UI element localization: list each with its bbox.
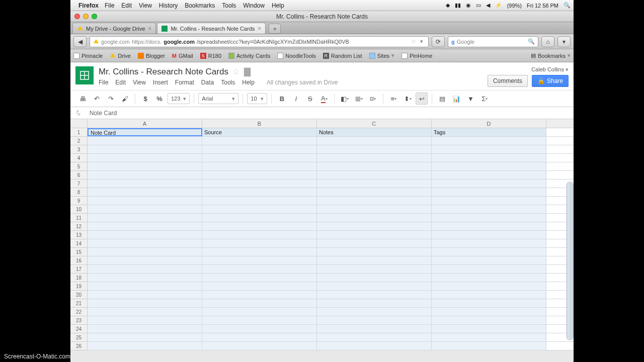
cell-D2[interactable] <box>432 137 546 145</box>
row-header[interactable]: 16 <box>70 256 87 265</box>
row-header[interactable]: 22 <box>70 308 87 316</box>
cell-B20[interactable] <box>202 291 317 299</box>
cell-C3[interactable] <box>317 145 432 153</box>
borders-button[interactable]: ⊞▾ <box>353 93 365 105</box>
star-icon[interactable]: ☆ <box>232 66 240 77</box>
fill-color-button[interactable]: ◧▾ <box>339 93 351 105</box>
cell-A6[interactable] <box>88 171 202 179</box>
row-header[interactable]: 9 <box>70 197 87 205</box>
menu-window[interactable]: Window <box>243 2 265 9</box>
docmenu-view[interactable]: View <box>133 79 146 86</box>
cell-A22[interactable] <box>88 308 202 316</box>
reload-button[interactable]: ⟳ <box>432 36 445 47</box>
column-header-b[interactable]: B <box>202 119 317 128</box>
cell-A21[interactable] <box>88 299 202 307</box>
number-format-select[interactable]: 123▾ <box>168 93 190 104</box>
cell-B26[interactable] <box>202 342 317 350</box>
cell-B11[interactable] <box>202 214 317 222</box>
cell-A18[interactable] <box>88 274 202 282</box>
cell-B10[interactable] <box>202 205 317 213</box>
row-header[interactable]: 26 <box>70 342 87 350</box>
dropdown-icon[interactable]: ▾ <box>420 38 423 45</box>
cell-C14[interactable] <box>317 239 432 247</box>
bookmark-blogger[interactable]: Blogger <box>138 53 165 59</box>
new-tab-button[interactable]: + <box>269 24 281 34</box>
spotlight-icon[interactable]: 🔍 <box>564 2 571 9</box>
row-header[interactable]: 8 <box>70 188 87 197</box>
filter-button[interactable]: ▼ <box>464 93 476 105</box>
cell-C10[interactable] <box>317 205 432 213</box>
cell-B19[interactable] <box>202 282 317 290</box>
cell-A17[interactable] <box>88 265 202 273</box>
row-header[interactable]: 5 <box>70 162 87 171</box>
docmenu-insert[interactable]: Insert <box>153 79 168 86</box>
text-color-button[interactable]: A▾ <box>318 93 330 105</box>
cell-A12[interactable] <box>88 222 202 230</box>
cell-B21[interactable] <box>202 299 317 307</box>
bold-button[interactable]: B <box>276 93 288 105</box>
cell-C15[interactable] <box>317 248 432 256</box>
cell-D16[interactable] <box>432 256 546 264</box>
bookmark-gmail[interactable]: MGMail <box>172 53 193 59</box>
folder-icon[interactable]: ▇ <box>244 66 251 77</box>
cell-D15[interactable] <box>432 248 546 256</box>
clock[interactable]: Fri 12 58 PM <box>527 3 558 9</box>
cell-D7[interactable] <box>432 179 546 188</box>
wifi-icon[interactable]: ◉ <box>466 2 471 9</box>
cell-D9[interactable] <box>432 197 546 205</box>
font-select[interactable]: Arial▾ <box>198 93 238 104</box>
italic-button[interactable]: I <box>290 93 302 105</box>
paint-format-button[interactable]: 🖌 <box>119 93 131 105</box>
cell-C25[interactable] <box>317 333 432 341</box>
close-tab-icon[interactable]: × <box>148 25 151 32</box>
cell-A19[interactable] <box>88 282 202 290</box>
cell-C13[interactable] <box>317 231 432 239</box>
cell-A2[interactable] <box>88 137 202 145</box>
row-header[interactable]: 19 <box>70 282 87 291</box>
bookmarks-menu[interactable]: ▤Bookmarks▾ <box>531 52 571 59</box>
menu-view[interactable]: View <box>139 2 152 9</box>
row-header[interactable]: 14 <box>70 239 87 248</box>
cell-D4[interactable] <box>432 154 546 162</box>
functions-button[interactable]: Σ▾ <box>478 93 491 105</box>
insert-chart-button[interactable]: 📊 <box>450 93 462 105</box>
column-header-a[interactable]: A <box>88 119 202 128</box>
bookmark-star-icon[interactable]: ☆ <box>411 38 416 45</box>
bookmark-random-list[interactable]: RRandom List <box>323 53 362 59</box>
cell-A1[interactable]: Note Card <box>88 128 202 136</box>
row-header[interactable]: 20 <box>70 291 87 299</box>
row-header[interactable]: 24 <box>70 325 87 333</box>
cell-B5[interactable] <box>202 162 317 170</box>
cell-A20[interactable] <box>88 291 202 299</box>
browser-tab-sheets[interactable]: Mr. Collins - Research Note Cards × <box>157 23 266 34</box>
browser-tab-drive[interactable]: My Drive - Google Drive × <box>72 23 156 34</box>
row-header[interactable]: 12 <box>70 222 87 231</box>
bookmark-pinnacle[interactable]: Pinnacle <box>73 53 103 59</box>
row-header[interactable]: 2 <box>70 137 87 145</box>
strikethrough-button[interactable]: S <box>304 93 316 105</box>
wrap-button[interactable]: ↩ <box>416 93 428 105</box>
cell-B25[interactable] <box>202 333 317 341</box>
cell-A13[interactable] <box>88 231 202 239</box>
menu-history[interactable]: History <box>159 2 178 9</box>
site-identity-icon[interactable] <box>93 39 99 45</box>
cell-B12[interactable] <box>202 222 317 230</box>
cell-B4[interactable] <box>202 154 317 162</box>
cell-B17[interactable] <box>202 265 317 273</box>
cell-B2[interactable] <box>202 137 317 145</box>
cell-D22[interactable] <box>432 308 546 316</box>
search-field[interactable]: g Google 🔍 <box>448 36 538 47</box>
cell-A15[interactable] <box>88 248 202 256</box>
cell-D17[interactable] <box>432 265 546 273</box>
row-header[interactable]: 21 <box>70 299 87 308</box>
cell-B7[interactable] <box>202 179 317 188</box>
cell-A26[interactable] <box>88 342 202 350</box>
cell-D25[interactable] <box>432 333 546 341</box>
cell-D21[interactable] <box>432 299 546 307</box>
font-size-select[interactable]: 10▾ <box>247 93 267 104</box>
cell-grid[interactable]: Note CardSourceNotesTags <box>88 128 574 350</box>
bookmark-activity-cards[interactable]: Activity Cards <box>228 53 270 59</box>
cell-A24[interactable] <box>88 325 202 333</box>
percent-button[interactable]: % <box>153 93 166 105</box>
row-header[interactable]: 6 <box>70 171 87 179</box>
